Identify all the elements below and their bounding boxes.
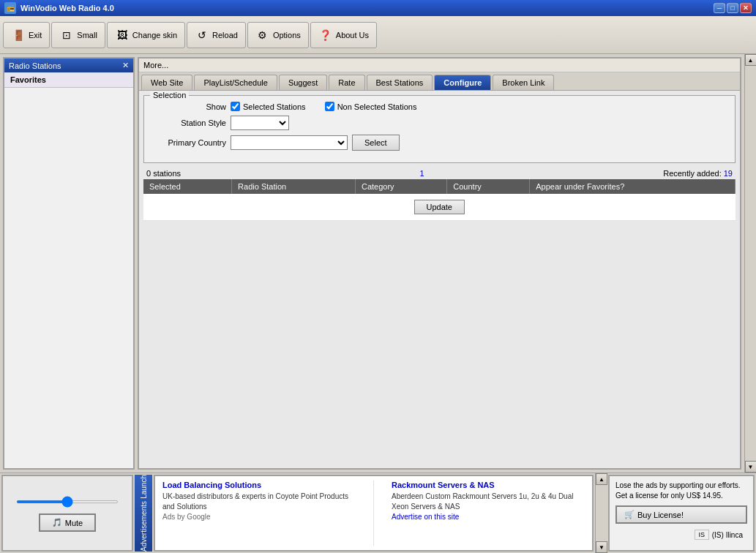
tab-rate[interactable]: Rate bbox=[329, 75, 364, 90]
show-row: Show Selected Stations Non Selected Stat… bbox=[153, 102, 726, 111]
mute-button[interactable]: 🎵 Mute bbox=[39, 514, 96, 532]
ads-scroll-track[interactable] bbox=[596, 485, 607, 541]
ad-2-link[interactable]: Rackmount Servers & NAS bbox=[392, 481, 585, 489]
small-button[interactable]: ⊡ Small bbox=[51, 22, 105, 48]
left-panel: Radio Stations ✕ Favorites bbox=[3, 57, 135, 470]
status-user: (IS) Ilinca bbox=[712, 531, 743, 539]
tab-configure[interactable]: Configure bbox=[434, 75, 491, 90]
recently-added-label: Recently added: 19 bbox=[663, 169, 733, 178]
maximize-button[interactable]: □ bbox=[727, 3, 738, 13]
stations-table: Selected Radio Station Category Country … bbox=[143, 179, 736, 221]
ad-1-link[interactable]: Load Balancing Solutions bbox=[162, 481, 356, 489]
page-link[interactable]: 1 bbox=[420, 169, 424, 178]
selection-group-title: Selection bbox=[150, 91, 189, 99]
reload-button[interactable]: ↺ Reload bbox=[187, 22, 246, 48]
ads-scroll-down[interactable]: ▼ bbox=[596, 541, 607, 553]
tab-broken-link[interactable]: Broken Link bbox=[493, 75, 554, 90]
table-row: Update bbox=[143, 194, 736, 221]
station-style-select[interactable] bbox=[231, 116, 289, 130]
about-icon: ❓ bbox=[318, 28, 333, 42]
volume-controls: 🎵 Mute bbox=[1, 475, 133, 552]
advertisements-label: Advertisements bbox=[140, 501, 148, 552]
scrollbar-right: ▲ ▼ bbox=[744, 54, 756, 473]
col-category: Category bbox=[355, 179, 446, 194]
main-layout: Radio Stations ✕ Favorites More... Web S… bbox=[0, 54, 756, 473]
recently-added-count[interactable]: 19 bbox=[724, 169, 733, 178]
status-bar: IS (IS) Ilinca bbox=[615, 528, 747, 541]
primary-country-row: Primary Country Select bbox=[153, 135, 726, 151]
favorites-item[interactable]: Favorites bbox=[4, 72, 133, 88]
ad-divider bbox=[373, 481, 374, 546]
volume-slider[interactable] bbox=[16, 500, 119, 503]
tabs-bar: Web Site PlayList/Schedule Suggest Rate … bbox=[139, 72, 740, 91]
more-bar[interactable]: More... bbox=[139, 59, 740, 72]
small-icon: ⊡ bbox=[59, 28, 74, 42]
ads-content: Load Balancing Solutions UK-based distri… bbox=[155, 476, 592, 550]
ad-block-1: Load Balancing Solutions UK-based distri… bbox=[162, 481, 356, 546]
minimize-button[interactable]: ─ bbox=[714, 3, 725, 13]
buy-license-button[interactable]: 🛒 Buy License! bbox=[615, 505, 747, 524]
col-country: Country bbox=[447, 179, 530, 194]
ads-scrollbar[interactable]: ▲ ▼ bbox=[595, 473, 607, 553]
radio-stations-label: Radio Stations bbox=[9, 61, 61, 70]
launch-panel[interactable]: Launch Advertisements bbox=[135, 475, 152, 552]
mute-icon: 🎵 bbox=[52, 518, 62, 527]
ad-2-description: Aberdeen Custom Rackmount Servers 1u, 2u… bbox=[392, 492, 585, 512]
volume-slider-container bbox=[16, 494, 119, 509]
scroll-track[interactable] bbox=[745, 66, 756, 461]
reload-icon: ↺ bbox=[195, 28, 209, 42]
stats-row: 0 stations 1 Recently added: 19 bbox=[143, 168, 736, 179]
non-selected-stations-checkbox[interactable] bbox=[325, 102, 334, 111]
tab-web-site[interactable]: Web Site bbox=[141, 75, 192, 90]
skin-icon: 🖼 bbox=[115, 28, 130, 42]
scroll-down-button[interactable]: ▼ bbox=[745, 461, 757, 473]
tab-best-stations[interactable]: Best Stations bbox=[367, 75, 433, 90]
primary-country-label: Primary Country bbox=[153, 138, 226, 147]
show-label: Show bbox=[153, 102, 226, 111]
non-selected-stations-checkbox-label[interactable]: Non Selected Stations bbox=[325, 102, 417, 111]
ad-2-ads-by[interactable]: Advertise on this site bbox=[392, 513, 459, 521]
exit-button[interactable]: 🚪 Exit bbox=[3, 22, 50, 48]
license-text: Lose the ads by supporting our efforts. … bbox=[615, 481, 747, 501]
ads-panel: Load Balancing Solutions UK-based distri… bbox=[154, 475, 594, 552]
ad-1-description: UK-based distributors & experts in Coyot… bbox=[162, 492, 356, 512]
titlebar: 📻 WinVodio Web Radio 4.0 ─ □ ✕ bbox=[0, 0, 756, 16]
selection-group: Selection Show Selected Stations Non Sel… bbox=[143, 95, 736, 163]
content-area: Selection Show Selected Stations Non Sel… bbox=[139, 91, 740, 468]
select-button[interactable]: Select bbox=[352, 135, 400, 151]
options-button[interactable]: ⚙ Options bbox=[247, 22, 309, 48]
update-button[interactable]: Update bbox=[414, 200, 465, 214]
window-controls: ─ □ ✕ bbox=[714, 3, 752, 13]
tab-suggest[interactable]: Suggest bbox=[279, 75, 327, 90]
selected-stations-checkbox-label[interactable]: Selected Stations bbox=[231, 102, 306, 111]
primary-country-select[interactable] bbox=[231, 135, 348, 150]
toolbar: 🚪 Exit ⊡ Small 🖼 Change skin ↺ Reload ⚙ … bbox=[0, 16, 756, 54]
country-flag: IS bbox=[695, 530, 709, 540]
about-us-button[interactable]: ❓ About Us bbox=[310, 22, 377, 48]
col-favorites: Appear under Favorites? bbox=[530, 179, 736, 194]
stations-count: 0 stations bbox=[146, 169, 181, 178]
station-style-row: Station Style bbox=[153, 116, 726, 130]
station-style-label: Station Style bbox=[153, 118, 226, 127]
selected-stations-checkbox[interactable] bbox=[231, 102, 240, 111]
close-button[interactable]: ✕ bbox=[740, 3, 752, 13]
license-panel: Lose the ads by supporting our efforts. … bbox=[608, 475, 755, 552]
launch-label: Launch bbox=[140, 475, 148, 499]
app-title: WinVodio Web Radio 4.0 bbox=[20, 4, 714, 12]
right-panel: More... Web Site PlayList/Schedule Sugge… bbox=[138, 57, 741, 470]
bottom-section: 🎵 Mute Launch Advertisements Load Balanc… bbox=[0, 473, 756, 553]
scroll-up-button[interactable]: ▲ bbox=[745, 54, 757, 66]
change-skin-button[interactable]: 🖼 Change skin bbox=[107, 22, 185, 48]
close-panel-icon[interactable]: ✕ bbox=[122, 61, 129, 70]
left-panel-header: Radio Stations ✕ bbox=[4, 59, 133, 72]
tab-playlist-schedule[interactable]: PlayList/Schedule bbox=[194, 75, 277, 90]
app-icon: 📻 bbox=[4, 2, 16, 14]
ad-1-ads-by: Ads by Google bbox=[162, 513, 211, 521]
buy-icon: 🛒 bbox=[624, 510, 635, 519]
ads-scroll-up[interactable]: ▲ bbox=[596, 473, 607, 485]
options-icon: ⚙ bbox=[255, 28, 270, 42]
ad-block-2: Rackmount Servers & NAS Aberdeen Custom … bbox=[392, 481, 585, 546]
col-selected: Selected bbox=[143, 179, 232, 194]
col-radio-station: Radio Station bbox=[232, 179, 356, 194]
exit-icon: 🚪 bbox=[11, 28, 26, 42]
